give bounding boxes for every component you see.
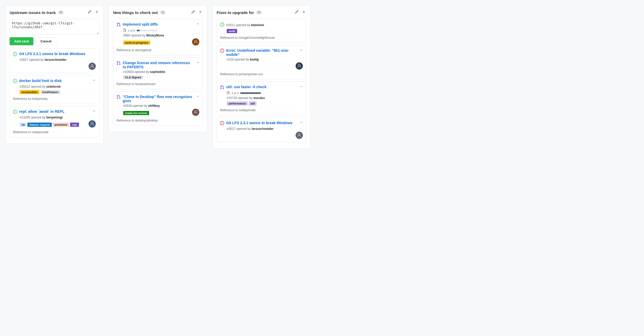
add-card-submit-button[interactable]: Add card [10, 37, 33, 45]
card-title[interactable]: "Clone in Desktop" flow now recognizes g… [123, 95, 194, 103]
progress-text: 3 of 3 [231, 92, 239, 95]
card-footer: work-in-progress [123, 38, 199, 46]
checklist-icon [227, 91, 230, 95]
card-meta: #2627 opened by larsxschneider [20, 58, 96, 62]
chevron-icon[interactable] [93, 79, 96, 83]
progress-bar [137, 30, 157, 31]
add-card-form: https://github.com/git-lfs/git-lfs/issue… [10, 19, 99, 45]
issue-icon [13, 52, 17, 57]
card-title[interactable]: util: use faster -0 check [226, 85, 298, 89]
project-card: Git LFS 2.3.1 seems to break Windows #26… [217, 117, 306, 142]
card-title[interactable]: docker build limit io disk [19, 79, 91, 83]
card-meta: #229 opened by kaelig [227, 58, 303, 61]
card-ref: Reference to atom/github [116, 47, 199, 52]
add-card-button[interactable] [94, 10, 99, 15]
card-progress: 3 of 3 [227, 91, 303, 95]
project-card: docker build limit io disk #35012 opened… [10, 75, 99, 104]
card-label: CLA Signed [123, 75, 143, 79]
card-footer [20, 63, 96, 70]
card-meta: #35012 opened by sztwiorok [20, 85, 96, 88]
card-meta: #3311 opened by kdzwinel [226, 23, 303, 27]
project-card: #3311 opened by kdzwinel audit Reference… [217, 19, 306, 43]
chevron-icon[interactable] [300, 48, 303, 52]
column-header: New things to check out 4 [113, 10, 203, 15]
column-title: Upstream issues to track [10, 10, 56, 15]
column-header: Fixes to upgrade for 4 [217, 10, 306, 15]
project-card: Change license and remove references to … [113, 57, 203, 89]
card-label: area/builder [20, 90, 39, 94]
card-ref: Reference to nodejs/node [13, 129, 96, 134]
card-footer [227, 132, 303, 139]
card-labels: ready-for-review [123, 111, 149, 115]
project-card: "Clone in Desktop" flow now recognizes g… [113, 91, 203, 126]
card-title[interactable]: Git LFS 2.3.1 seems to break Windows [19, 52, 96, 56]
card-label: repl [70, 123, 79, 127]
chevron-icon[interactable] [196, 95, 199, 99]
card-header: Change license and remove references to … [116, 61, 199, 69]
chevron-icon[interactable] [196, 61, 199, 65]
edit-column-button[interactable] [294, 10, 299, 15]
card-title[interactable]: Git LFS 2.3.1 seems to break Windows [226, 121, 298, 125]
card-header: #3311 opened by kdzwinel [220, 22, 303, 27]
column-count: 4 [160, 10, 166, 14]
card-labels: clifeature requestpromisesrepl [20, 123, 79, 127]
card-header: Implement split diffs [116, 22, 199, 27]
project-card: repl: allow `await` in REPL #13209 opene… [10, 106, 99, 137]
card-meta: #15726 opened by mscdex [227, 96, 303, 100]
project-card: util: use faster -0 check 3 of 3 #15726 … [217, 81, 306, 115]
card-ref: Reference to facebook/react [116, 80, 199, 86]
add-card-button[interactable] [198, 10, 203, 15]
chevron-icon[interactable] [300, 85, 303, 89]
column-actions [87, 10, 99, 15]
card-header: docker build limit io disk [13, 79, 96, 84]
edit-column-button[interactable] [87, 10, 92, 15]
card-label: util [249, 101, 257, 106]
column-header: Upstream issues to track 4 [10, 10, 99, 15]
chevron-icon[interactable] [300, 121, 303, 125]
card-title[interactable]: Error: Undefined variable: "$h1-size-mob… [226, 48, 298, 57]
card-ref: Reference to primer/primer-css [220, 71, 303, 76]
card-labels: work-in-progress [123, 41, 150, 45]
card-label: work-in-progress [123, 41, 150, 45]
card-meta: #10804 opened by sophiebits [123, 70, 199, 74]
card-header: Git LFS 2.3.1 seems to break Windows [13, 52, 96, 57]
card-footer: clifeature requestpromisesrepl [20, 120, 96, 128]
card-label: kind/feature [40, 90, 60, 94]
card-url-input[interactable]: https://github.com/git-lfs/git-lfs/issue… [10, 19, 99, 34]
issue-icon [220, 23, 224, 27]
card-labels: performanceutil [227, 101, 303, 106]
card-labels: area/builderkind/feature [20, 90, 96, 94]
card-title[interactable]: Change license and remove references to … [123, 61, 194, 69]
issue-icon [13, 79, 17, 84]
issue-icon [116, 95, 121, 100]
card-labels: audit [227, 29, 303, 33]
column-actions [191, 10, 203, 15]
column-title: New things to check out [113, 10, 158, 15]
card-header: repl: allow `await` in REPL [13, 109, 96, 115]
column-title: Fixes to upgrade for [217, 10, 254, 15]
card-title[interactable]: repl: allow `await` in REPL [19, 109, 91, 114]
card-header: util: use faster -0 check [220, 85, 303, 90]
issue-icon [116, 61, 121, 66]
progress-bar [240, 92, 261, 94]
chevron-icon[interactable] [93, 109, 96, 113]
card-progress: 1 of 6 [123, 28, 199, 33]
column-upstream: Upstream issues to track 4 https://githu… [5, 5, 104, 144]
add-card-button[interactable] [302, 10, 306, 15]
chevron-icon[interactable] [196, 22, 199, 26]
issue-icon [116, 23, 121, 27]
card-meta: #2627 opened by larsxschneider [227, 127, 303, 131]
column-newthings: New things to check out 4 Implement spli… [109, 5, 207, 132]
column-fixes: Fixes to upgrade for 4 #3311 opened by k… [212, 5, 311, 149]
card-header: "Clone in Desktop" flow now recognizes g… [116, 95, 199, 103]
card-labels: CLA Signed [123, 75, 199, 79]
issue-icon [220, 85, 224, 90]
card-header: Error: Undefined variable: "$h1-size-mob… [220, 48, 303, 57]
project-card: Git LFS 2.3.1 seems to break Windows #26… [10, 48, 99, 73]
add-card-cancel-button[interactable]: Cancel [35, 37, 56, 45]
edit-column-button[interactable] [191, 10, 195, 15]
card-label: feature request [27, 123, 52, 127]
project-card: Error: Undefined variable: "$h1-size-mob… [217, 45, 306, 79]
card-footer: ready-for-review [123, 109, 199, 116]
card-title[interactable]: Implement split diffs [123, 22, 194, 26]
